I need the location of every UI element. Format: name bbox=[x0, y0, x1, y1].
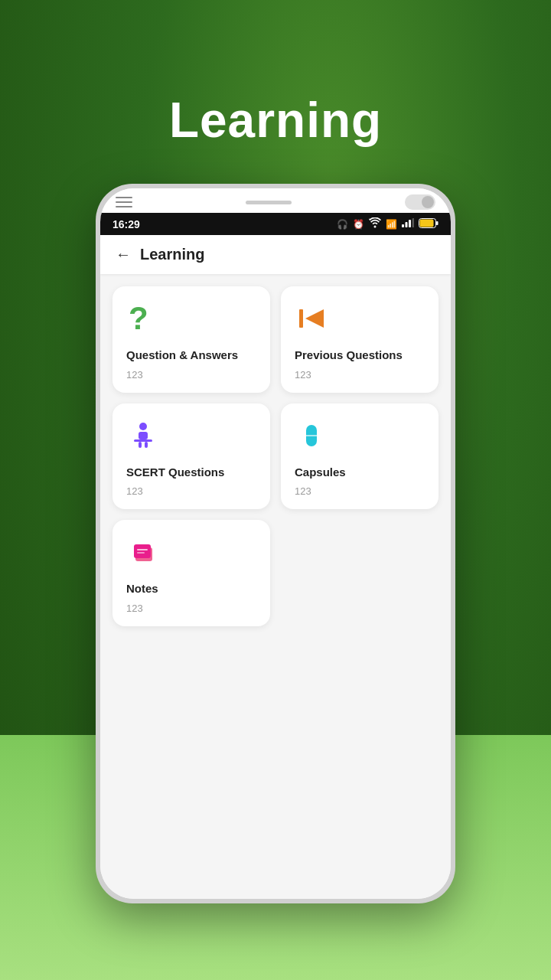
svg-rect-18 bbox=[134, 544, 151, 558]
card-label-capsules: Capsules bbox=[295, 465, 425, 480]
svg-rect-0 bbox=[402, 224, 404, 227]
svg-rect-14 bbox=[145, 442, 148, 448]
card-label-scert-questions: SCERT Questions bbox=[126, 465, 256, 480]
card-previous-questions[interactable]: Previous Questions 123 bbox=[281, 286, 439, 393]
status-time: 16:29 bbox=[112, 218, 140, 230]
svg-rect-6 bbox=[436, 221, 439, 225]
card-label-question-answers: Question & Answers bbox=[126, 348, 256, 363]
phone-top-bar bbox=[100, 188, 451, 213]
svg-rect-11 bbox=[139, 432, 148, 439]
scert-questions-icon bbox=[126, 419, 160, 452]
card-notes[interactable]: Notes 123 bbox=[112, 520, 270, 626]
card-count-question-answers: 123 bbox=[126, 369, 256, 381]
phone-outer: 16:29 🎧 ⏰ 📶 bbox=[96, 184, 455, 903]
previous-questions-icon bbox=[295, 302, 328, 335]
app-header-title: Learning bbox=[140, 246, 204, 263]
page-title: Learning bbox=[0, 92, 551, 149]
card-count-scert-questions: 123 bbox=[126, 485, 256, 497]
capsules-icon bbox=[295, 419, 328, 452]
wifi-icon bbox=[369, 217, 381, 230]
svg-rect-19 bbox=[137, 549, 148, 550]
status-icons: 🎧 ⏰ 📶 bbox=[337, 217, 439, 230]
hamburger-icon bbox=[116, 197, 132, 207]
phone-inner: 16:29 🎧 ⏰ 📶 bbox=[100, 188, 451, 899]
svg-rect-2 bbox=[409, 220, 411, 227]
power-button bbox=[405, 194, 435, 210]
svg-rect-3 bbox=[412, 218, 415, 227]
card-count-capsules: 123 bbox=[295, 485, 425, 497]
question-answers-icon: ? bbox=[126, 302, 160, 335]
call-icon: 📶 bbox=[386, 219, 397, 230]
card-count-previous-questions: 123 bbox=[295, 369, 425, 381]
svg-rect-16 bbox=[306, 435, 317, 436]
phone-mockup: 16:29 🎧 ⏰ 📶 bbox=[96, 184, 455, 903]
card-capsules[interactable]: Capsules 123 bbox=[281, 403, 439, 510]
headphone-icon: 🎧 bbox=[337, 219, 348, 230]
pill-indicator bbox=[246, 201, 292, 204]
card-label-previous-questions: Previous Questions bbox=[295, 348, 425, 363]
svg-point-10 bbox=[139, 423, 147, 430]
svg-rect-20 bbox=[137, 552, 145, 554]
signal-icon bbox=[402, 218, 414, 230]
app-header: ← Learning bbox=[100, 235, 451, 274]
card-scert-questions[interactable]: SCERT Questions 123 bbox=[112, 403, 270, 510]
svg-rect-1 bbox=[406, 222, 408, 227]
card-label-notes: Notes bbox=[126, 581, 256, 596]
svg-rect-5 bbox=[420, 219, 434, 227]
svg-text:?: ? bbox=[129, 302, 148, 335]
cards-grid: ? Question & Answers 123 bbox=[100, 274, 451, 639]
svg-rect-13 bbox=[139, 442, 142, 448]
app-content: ← Learning ? Question & Answers 123 bbox=[100, 235, 451, 899]
back-button[interactable]: ← bbox=[116, 246, 131, 263]
svg-rect-8 bbox=[299, 309, 303, 328]
svg-marker-9 bbox=[305, 309, 324, 328]
status-bar: 16:29 🎧 ⏰ 📶 bbox=[100, 213, 451, 235]
battery-icon bbox=[419, 218, 439, 230]
card-count-notes: 123 bbox=[126, 603, 256, 614]
svg-rect-12 bbox=[134, 439, 152, 442]
notes-icon bbox=[126, 535, 160, 569]
alarm-icon: ⏰ bbox=[353, 219, 364, 230]
card-question-answers[interactable]: ? Question & Answers 123 bbox=[112, 286, 270, 393]
